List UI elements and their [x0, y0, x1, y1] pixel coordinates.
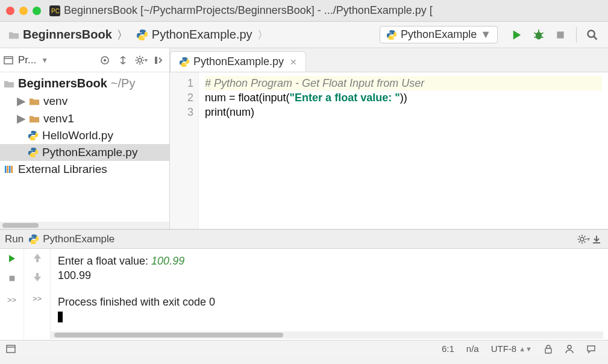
folder-icon [29, 114, 40, 124]
tree-item-folder[interactable]: ▶ venv1 [0, 110, 169, 127]
tree-root[interactable]: BeginnersBook ~/Py [0, 75, 169, 92]
run-settings-button[interactable]: ▾ [577, 233, 590, 246]
encoding-label: UTF-8 [491, 344, 517, 354]
chat-icon [586, 344, 596, 354]
libraries-icon [4, 165, 14, 174]
scroll-down-button[interactable] [34, 273, 41, 281]
console-horizontal-scrollbar[interactable] [51, 331, 603, 339]
code-token: num = float(input( [205, 92, 290, 104]
python-icon [28, 130, 39, 141]
tree-item-label: HelloWorld.py [42, 129, 113, 142]
breadcrumb-label: PythonExample.py [152, 28, 252, 42]
arrow-up-icon [34, 254, 41, 262]
scroll-up-button[interactable] [34, 254, 41, 262]
project-horizontal-scrollbar[interactable] [0, 222, 169, 229]
run-configuration-selector[interactable]: PythonExample ▼ [380, 26, 498, 43]
window-mode-icon[interactable] [6, 345, 16, 353]
console-prompt: Enter a float value: [58, 255, 151, 267]
code-token: )) [400, 92, 407, 104]
folder-icon [29, 96, 40, 106]
line-number: 3 [170, 105, 193, 119]
breadcrumb-item-file[interactable]: PythonExample.py 〉 [133, 25, 273, 45]
editor-tabs: PythonExample.py ✕ [170, 48, 608, 72]
code-token: print(num) [205, 106, 254, 118]
folder-icon [4, 79, 14, 89]
svg-text:PC: PC [51, 8, 60, 14]
run-panel-title: PythonExample [43, 233, 114, 245]
python-icon [179, 57, 190, 67]
cursor-position[interactable]: 6:1 [442, 344, 454, 354]
more-nav-button[interactable]: >> [33, 292, 42, 304]
more-run-button[interactable]: >> [7, 293, 16, 306]
python-icon [386, 30, 397, 40]
code-editor[interactable]: 1 2 3 # Python Program - Get Float Input… [170, 72, 608, 229]
settings-button[interactable]: ▾ [134, 54, 148, 67]
expand-arrow-icon[interactable]: ▶ [17, 111, 25, 125]
run-panel-header: Run PythonExample ▾ [0, 230, 608, 249]
stop-button[interactable] [552, 27, 569, 43]
breadcrumb-item-project[interactable]: BeginnersBook 〉 [5, 25, 133, 45]
close-tab-button[interactable]: ✕ [290, 57, 297, 67]
locate-button[interactable] [98, 54, 111, 67]
debug-button[interactable] [530, 27, 547, 43]
tree-root-label: BeginnersBook [18, 77, 107, 90]
search-everywhere-button[interactable] [584, 27, 601, 43]
project-view-icon [4, 55, 13, 65]
file-encoding[interactable]: UTF-8 ▲▼ [491, 344, 532, 354]
chevron-down-icon: ▼ [480, 28, 491, 41]
chevron-up-down-icon: ▲▼ [519, 345, 532, 353]
toolbar-divider [576, 27, 577, 43]
expand-arrow-icon[interactable]: ▶ [17, 94, 25, 108]
project-toolbar-label[interactable]: Pr... [18, 54, 36, 66]
line-separator[interactable]: n/a [466, 344, 479, 354]
line-gutter: 1 2 3 [170, 72, 199, 229]
hide-pane-button[interactable] [152, 54, 166, 67]
target-icon [100, 55, 110, 65]
chevron-right-icon: 〉 [117, 28, 128, 42]
editor-tab-active[interactable]: PythonExample.py ✕ [170, 51, 306, 72]
stop-run-button[interactable] [8, 274, 16, 283]
gear-icon [577, 234, 587, 244]
console-exit-line: Process finished with exit code 0 [58, 295, 601, 309]
line-number: 2 [170, 90, 193, 105]
maximize-window-button[interactable] [33, 7, 41, 15]
tree-item-label: External Libraries [18, 163, 107, 176]
readonly-toggle[interactable] [544, 344, 553, 354]
chevron-down-icon[interactable]: ▼ [41, 56, 48, 64]
project-tree[interactable]: BeginnersBook ~/Py ▶ venv ▶ venv1 HelloW… [0, 72, 169, 222]
run-button[interactable] [509, 27, 525, 43]
tree-item-file[interactable]: HelloWorld.py [0, 127, 169, 144]
stop-icon [555, 30, 566, 40]
console-line: 100.99 [58, 268, 601, 283]
code-comment: # Python Program - Get Float Input from … [205, 77, 424, 89]
editor-tab-label: PythonExample.py [193, 55, 284, 68]
tree-item-label: venv [43, 95, 67, 108]
run-control-gutter: >> [0, 249, 24, 340]
collapse-icon [118, 55, 128, 65]
breadcrumb-label: BeginnersBook [23, 28, 112, 42]
feedback-button[interactable] [586, 344, 596, 354]
stop-icon [8, 274, 16, 283]
tree-external-libraries[interactable]: External Libraries [0, 161, 169, 178]
tree-item-folder[interactable]: ▶ venv [0, 92, 169, 110]
folder-icon [8, 30, 19, 40]
collapse-all-button[interactable] [116, 54, 130, 67]
play-icon [7, 254, 17, 263]
minimize-window-button[interactable] [19, 7, 28, 15]
run-panel-prefix[interactable]: Run [5, 233, 24, 245]
window-title: BeginnersBook [~/PycharmProjects/Beginne… [64, 4, 433, 17]
project-toolbar: Pr... ▼ ▾ [0, 48, 169, 72]
git-user-indicator[interactable] [565, 344, 574, 354]
app-icon: PC [49, 5, 60, 16]
tree-item-file-selected[interactable]: PythonExample.py [0, 144, 169, 161]
close-window-button[interactable] [6, 7, 14, 15]
python-icon [28, 147, 39, 158]
console-output[interactable]: Enter a float value: 100.99 100.99 Proce… [51, 249, 608, 340]
project-pane: Pr... ▼ ▾ BeginnersBook ~/Py ▶ venv ▶ v [0, 48, 170, 229]
rerun-button[interactable] [7, 254, 17, 263]
console-caret [58, 312, 63, 322]
python-icon [28, 234, 39, 245]
run-config-label: PythonExample [401, 28, 477, 41]
code-area[interactable]: # Python Program - Get Float Input from … [199, 72, 608, 229]
export-button[interactable] [590, 233, 603, 246]
